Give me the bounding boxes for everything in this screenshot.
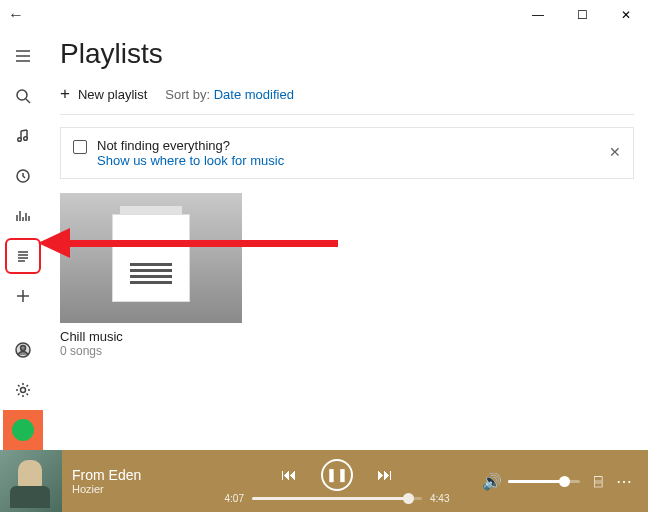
svg-point-2 — [24, 137, 28, 141]
svg-point-5 — [21, 346, 26, 351]
more-button[interactable]: ⋯ — [616, 472, 634, 491]
title-bar: ← — ☐ ✕ — [0, 0, 648, 30]
playlist-count: 0 songs — [60, 344, 242, 358]
main-content: Playlists + New playlist Sort by: Date m… — [46, 30, 648, 450]
album-art[interactable] — [0, 450, 62, 512]
settings-icon[interactable] — [3, 371, 43, 409]
device-icon — [73, 140, 87, 154]
new-playlist-button[interactable]: + New playlist — [60, 84, 147, 104]
minimize-button[interactable]: — — [516, 0, 560, 30]
maximize-button[interactable]: ☐ — [560, 0, 604, 30]
artist-name: Hozier — [72, 483, 192, 495]
speaker-icon: 🔊 — [482, 472, 502, 491]
close-button[interactable]: ✕ — [604, 0, 648, 30]
volume-control[interactable]: 🔊 — [482, 472, 580, 491]
pause-button[interactable]: ❚❚ — [321, 459, 353, 491]
music-icon[interactable] — [3, 117, 43, 155]
back-button[interactable]: ← — [8, 6, 24, 24]
playlist-tile[interactable]: Chill music 0 songs — [60, 193, 242, 358]
next-button[interactable]: ⏭ — [377, 466, 393, 484]
toolbar: + New playlist Sort by: Date modified — [60, 84, 634, 115]
new-playlist-label: New playlist — [78, 87, 147, 102]
playlist-thumb — [60, 193, 242, 323]
plus-icon: + — [60, 84, 70, 104]
player-right: 🔊 ⌸ ⋯ — [482, 472, 634, 491]
sort-value: Date modified — [214, 87, 294, 102]
add-icon[interactable] — [3, 277, 43, 315]
playlists-nav[interactable] — [3, 237, 43, 275]
player-controls: ⏮ ❚❚ ⏭ 4:07 4:43 — [192, 459, 482, 504]
track-meta[interactable]: From Eden Hozier — [72, 467, 192, 495]
notice-title: Not finding everything? — [97, 138, 621, 153]
playlist-placeholder-icon — [112, 214, 190, 302]
spotify-button[interactable] — [3, 410, 43, 450]
elapsed-time: 4:07 — [225, 493, 244, 504]
spotify-icon — [12, 419, 34, 441]
search-icon[interactable] — [3, 77, 43, 115]
sort-by[interactable]: Sort by: Date modified — [165, 87, 294, 102]
notice-close-button[interactable]: ✕ — [609, 144, 621, 160]
playlist-name: Chill music — [60, 329, 242, 344]
sort-label: Sort by: — [165, 87, 210, 102]
svg-point-0 — [17, 90, 27, 100]
notice-banner: Not finding everything? Show us where to… — [60, 127, 634, 179]
player-bar: From Eden Hozier ⏮ ❚❚ ⏭ 4:07 4:43 🔊 ⌸ ⋯ — [0, 450, 648, 512]
duration-time: 4:43 — [430, 493, 449, 504]
hamburger-icon[interactable] — [3, 37, 43, 75]
account-icon[interactable] — [3, 331, 43, 369]
song-title: From Eden — [72, 467, 192, 483]
seek-bar[interactable]: 4:07 4:43 — [225, 493, 450, 504]
page-title: Playlists — [60, 38, 634, 70]
sidebar — [0, 30, 46, 450]
svg-point-1 — [18, 138, 22, 142]
previous-button[interactable]: ⏮ — [281, 466, 297, 484]
svg-point-6 — [21, 388, 26, 393]
notice-link[interactable]: Show us where to look for music — [97, 153, 621, 168]
now-playing-icon[interactable] — [3, 197, 43, 235]
recent-icon[interactable] — [3, 157, 43, 195]
cast-icon[interactable]: ⌸ — [594, 473, 602, 489]
playlist-grid: Chill music 0 songs — [60, 193, 634, 358]
